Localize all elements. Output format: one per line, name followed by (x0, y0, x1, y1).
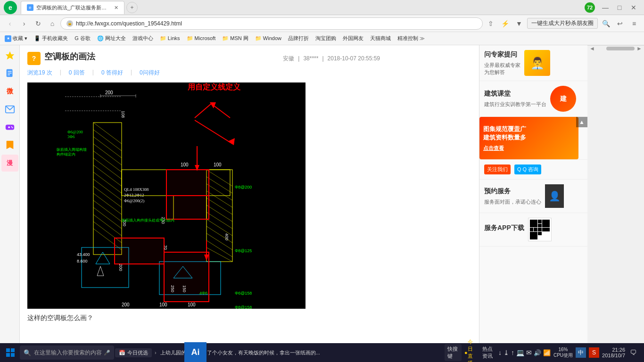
one-click-btn[interactable]: 一键生成大片秒杀朋友圈 (527, 18, 598, 29)
search-placeholder: 在这里输入你要搜索的内容 (34, 349, 102, 357)
dropdown-icon[interactable]: ▼ (513, 17, 525, 30)
svg-line-16 (93, 137, 122, 158)
question-area: ? 空调板的画法 安徽 | 38**** | 2018-10-07 20:55:… (20, 45, 388, 333)
url-bar[interactable]: 🔒 http://e.fwxgx.com/question_1954429.ht… (60, 17, 483, 30)
today-selection[interactable]: 📅 今日优选 (115, 348, 152, 357)
address-actions: ⇧ ⚡ ▼ 一键生成大片秒杀朋友圈 🔍 ↩ ≡ (485, 17, 640, 30)
svg-line-23 (93, 186, 122, 207)
appointment-title: 预约服务 (484, 187, 541, 196)
svg-line-25 (93, 200, 122, 222)
ai-badge[interactable]: Ai (184, 342, 206, 362)
svg-line-53 (206, 205, 232, 222)
svg-text:Φ8@200: Φ8@200 (235, 185, 252, 189)
scroll-left-btn[interactable]: ◄ (587, 45, 597, 52)
expert-avatar: 👨‍💼 (524, 50, 550, 76)
taskbar-apps: 📅 今日优选 › 上幼儿园的大佬子处了个小女友，有天晚饭的时候，拿出一张纸画的.… (115, 344, 497, 361)
taskbar-app-hotnews[interactable]: 热点资讯 (480, 344, 497, 361)
svg-text:43.400: 43.400 (77, 252, 90, 257)
share-icon[interactable]: ⇧ (485, 17, 497, 30)
svg-line-77 (195, 104, 211, 118)
tray-network-icon[interactable]: 📶 (543, 349, 551, 356)
minimize-button[interactable]: — (599, 2, 612, 13)
sidebar-weibo[interactable]: 微 (1, 83, 18, 100)
start-button[interactable] (2, 344, 19, 361)
bookmark-microsoft[interactable]: 📁 Microsoft (184, 34, 219, 42)
question-image-container: 用自定义线定义 (27, 82, 305, 309)
right-sidebar: 问专家提问 业界最权威专家 为您解答 👨‍💼 建筑课堂 建筑行业实训教学第一平台 (479, 45, 587, 343)
notification-center-btn[interactable]: 🗨 (628, 347, 638, 358)
bookmark-msn[interactable]: 📁 MSN 网 (219, 34, 251, 43)
svg-line-19 (93, 158, 122, 179)
bookmark-mobile[interactable]: 📱 手机收藏夹 (31, 34, 71, 43)
scroll-right-btn[interactable]: ► (635, 45, 644, 52)
tray-share-icon[interactable]: ↑ (511, 349, 514, 356)
bookmark-games[interactable]: 游戏中心 (130, 34, 156, 43)
ad-banner-widget[interactable]: 图集规范覆盖广 建筑资料数量多 点击查看 ▲ 意见反馈 (479, 117, 587, 160)
search-icon[interactable]: 🔍 (600, 17, 612, 30)
svg-text:70: 70 (163, 245, 168, 250)
sidebar-manga[interactable]: 漫 (1, 155, 18, 172)
back-button[interactable]: ‹ (4, 17, 16, 30)
question-title: 空调板的画法 (44, 51, 95, 62)
horizontal-scrollbar[interactable]: ◄ ► (587, 45, 644, 51)
taskbar-app-todaylive[interactable]: ● 今日直播 (462, 344, 479, 361)
bookmark-precision[interactable]: 精准控制 ≫ (395, 34, 428, 43)
bookmark-links[interactable]: 📁 Links (157, 34, 183, 42)
sidebar-doc[interactable] (1, 65, 18, 82)
today-icon: 📅 (119, 350, 125, 356)
question-location: 安徽 (283, 55, 294, 63)
bookmark-navigation[interactable]: 🌐 网址大全 (94, 34, 129, 43)
taskbar-search-box[interactable]: 🔍 在这里输入你要搜索的内容 🎤 (20, 346, 114, 360)
bookmark-foreign[interactable]: 外国网友 (340, 34, 366, 43)
page-main: ? 空调板的画法 安徽 | 38**** | 2018-10-07 20:55:… (20, 45, 479, 343)
undo-icon[interactable]: ↩ (614, 17, 626, 30)
sidebar-star[interactable] (1, 47, 18, 64)
bookmark-window[interactable]: 📁 Window (252, 34, 284, 42)
refresh-button[interactable]: ↻ (32, 17, 44, 30)
restore-button[interactable]: □ (613, 2, 626, 13)
qq-btn[interactable]: Q Q 咨询 (514, 165, 541, 174)
home-button[interactable]: ⌂ (46, 17, 58, 30)
bookmark-tmall[interactable]: 天猫商城 (367, 34, 394, 43)
bookmark-collections[interactable]: ★ 收藏 ▾ (2, 34, 30, 43)
tab-close-button[interactable]: ✕ (114, 5, 118, 11)
bookmark-google[interactable]: G 谷歌 (72, 34, 93, 43)
appointment-image: 👤 (545, 184, 564, 208)
annotation-text: 用自定义线定义 (188, 82, 240, 92)
active-tab[interactable]: e 空调板的画法_广联达服务新干线 ✕ (21, 1, 124, 14)
svg-line-24 (93, 193, 122, 214)
close-button[interactable]: ✕ (627, 2, 640, 13)
menu-icon[interactable]: ≡ (628, 17, 640, 30)
taskbar-tray: ↓ ⤓ ↑ 💻 ✉ 🔊 📶 16% CPU使用 中 S 21:26 2018/1… (498, 347, 642, 358)
bookmark-brand[interactable]: 品牌打折 (285, 34, 312, 43)
scroll-up-btn[interactable]: ▲ (576, 117, 587, 127)
svg-marker-76 (210, 102, 216, 108)
sidebar-mail[interactable] (1, 101, 18, 118)
forward-button[interactable]: › (18, 17, 30, 30)
language-btn[interactable]: 中 (576, 347, 586, 358)
svg-text:QL4  108X308: QL4 108X308 (124, 187, 149, 192)
bookmark-taobao[interactable]: 淘宝团购 (313, 34, 339, 43)
svg-line-14 (93, 123, 122, 144)
sidebar-bookmark[interactable] (1, 137, 18, 154)
tray-mail-icon[interactable]: ✉ (526, 349, 532, 356)
follow-btn[interactable]: 关注我们 (484, 165, 511, 174)
tray-monitor-icon[interactable]: 💻 (516, 349, 524, 356)
svg-text:100: 100 (214, 162, 222, 167)
ad-link[interactable]: 点击查看 (483, 145, 504, 152)
today-label: 今日优选 (127, 349, 148, 356)
input-method-btn[interactable]: S (589, 347, 599, 358)
taskbar-app-quickinput[interactable]: 快搜键 (445, 344, 462, 361)
svg-rect-97 (6, 353, 10, 357)
security-icon: 🔒 (66, 20, 73, 27)
tray-volume-icon[interactable]: 🔊 (534, 349, 541, 356)
lightning-icon[interactable]: ⚡ (499, 17, 511, 30)
tray-download2-icon[interactable]: ⤓ (504, 349, 509, 356)
scrollbar-thumb[interactable] (606, 47, 635, 50)
new-tab-button[interactable]: + (126, 2, 138, 13)
tray-download-icon[interactable]: ↓ (498, 349, 502, 356)
sidebar-game[interactable] (1, 119, 18, 136)
browser-window: e e 空调板的画法_广联达服务新干线 ✕ + 72 — □ ✕ ‹ › ↻ ⌂… (0, 0, 644, 362)
system-clock[interactable]: 21:26 2018/10/7 (602, 347, 625, 358)
ad-banner[interactable]: 图集规范覆盖广 建筑资料数量多 点击查看 (479, 117, 578, 159)
